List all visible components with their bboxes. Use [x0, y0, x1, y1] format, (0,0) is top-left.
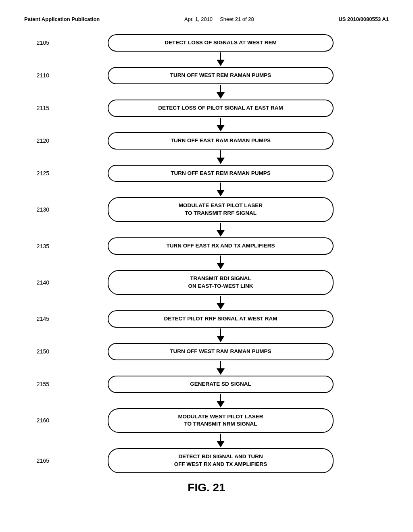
step-box-2145: DETECT PILOT RRF SIGNAL AT WEST RAM — [108, 310, 334, 328]
step-label-2165: 2165 — [24, 457, 52, 464]
arrow-head-3 — [217, 158, 225, 164]
arrow-4 — [24, 183, 389, 196]
arrow-head-6 — [217, 263, 225, 269]
arrow-head-11 — [217, 441, 225, 447]
flow-step-2130: 2130MODULATE EAST PILOT LASERTO TRANSMIT… — [24, 197, 389, 222]
arrow-head-0 — [217, 60, 225, 66]
step-label-2140: 2140 — [24, 279, 52, 286]
arrow-head-10 — [217, 401, 225, 407]
step-label-2115: 2115 — [24, 105, 52, 111]
page-header: Patent Application Publication Apr. 1, 2… — [24, 16, 389, 22]
step-box-2105: DETECT LOSS OF SIGNALS AT WEST REM — [108, 34, 334, 52]
arrow-line-2 — [220, 118, 221, 125]
flow-step-2155: 2155GENERATE SD SIGNAL — [24, 376, 389, 393]
step-box-2135: TURN OFF EAST RX AND TX AMPLIFIERS — [108, 237, 334, 255]
flow-step-2110: 2110TURN OFF WEST REM RAMAN PUMPS — [24, 67, 389, 84]
step-label-2135: 2135 — [24, 243, 52, 249]
page: Patent Application Publication Apr. 1, 2… — [0, 0, 413, 532]
arrow-head-2 — [217, 125, 225, 131]
flow-step-2105: 2105DETECT LOSS OF SIGNALS AT WEST REM — [24, 34, 389, 52]
step-box-2150: TURN OFF WEST RAM RAMAN PUMPS — [108, 343, 334, 360]
arrow-10 — [24, 394, 389, 407]
step-box-2160: MODULATE WEST PILOT LASERTO TRANSMIT NRM… — [108, 408, 334, 433]
arrow-line-5 — [220, 223, 221, 230]
step-label-2120: 2120 — [24, 137, 52, 144]
header-sheet: Sheet 21 of 28 — [220, 16, 254, 22]
flowchart-diagram: 2105DETECT LOSS OF SIGNALS AT WEST REM21… — [24, 34, 389, 473]
arrow-1 — [24, 85, 389, 99]
step-box-2115: DETECT LOSS OF PILOT SIGNAL AT EAST RAM — [108, 100, 334, 117]
arrow-line-11 — [220, 434, 221, 441]
flow-step-2165: 2165DETECT BDI SIGNAL AND TURNOFF WEST R… — [24, 448, 389, 473]
arrow-6 — [24, 256, 389, 269]
arrow-head-9 — [217, 368, 225, 375]
step-label-2110: 2110 — [24, 72, 52, 79]
flow-step-2120: 2120TURN OFF EAST RAM RAMAN PUMPS — [24, 132, 389, 150]
flow-step-2150: 2150TURN OFF WEST RAM RAMAN PUMPS — [24, 343, 389, 360]
step-label-2130: 2130 — [24, 206, 52, 213]
arrow-line-3 — [220, 150, 221, 158]
arrow-3 — [24, 150, 389, 164]
arrow-2 — [24, 118, 389, 131]
flow-step-2115: 2115DETECT LOSS OF PILOT SIGNAL AT EAST … — [24, 100, 389, 117]
step-box-2155: GENERATE SD SIGNAL — [108, 376, 334, 393]
flow-step-2145: 2145DETECT PILOT RRF SIGNAL AT WEST RAM — [24, 310, 389, 328]
arrow-9 — [24, 361, 389, 375]
flow-step-2140: 2140TRANSMIT BDI SIGNALON EAST-TO-WEST L… — [24, 270, 389, 295]
arrow-head-4 — [217, 190, 225, 196]
header-publication-label: Patent Application Publication — [24, 16, 100, 22]
step-label-2150: 2150 — [24, 348, 52, 355]
arrow-line-0 — [220, 52, 221, 60]
step-label-2125: 2125 — [24, 170, 52, 177]
step-box-2130: MODULATE EAST PILOT LASERTO TRANSMIT RRF… — [108, 197, 334, 222]
header-date: Apr. 1, 2010 — [184, 16, 213, 22]
arrow-0 — [24, 52, 389, 66]
flow-step-2160: 2160MODULATE WEST PILOT LASERTO TRANSMIT… — [24, 408, 389, 433]
step-box-2165: DETECT BDI SIGNAL AND TURNOFF WEST RX AN… — [108, 448, 334, 473]
arrow-head-8 — [217, 336, 225, 342]
figure-label: FIG. 21 — [24, 481, 389, 494]
arrow-line-7 — [220, 296, 221, 303]
arrow-head-1 — [217, 92, 225, 99]
step-box-2125: TURN OFF EAST REM RAMAN PUMPS — [108, 165, 334, 182]
arrow-8 — [24, 328, 389, 342]
arrow-line-10 — [220, 394, 221, 401]
step-box-2120: TURN OFF EAST RAM RAMAN PUMPS — [108, 132, 334, 150]
step-box-2110: TURN OFF WEST REM RAMAN PUMPS — [108, 67, 334, 84]
step-label-2145: 2145 — [24, 316, 52, 322]
arrow-7 — [24, 296, 389, 310]
step-label-2160: 2160 — [24, 417, 52, 424]
header-patent-number: US 2010/0080553 A1 — [338, 16, 389, 22]
step-label-2155: 2155 — [24, 381, 52, 387]
arrow-5 — [24, 223, 389, 237]
arrow-line-1 — [220, 85, 221, 92]
step-box-2140: TRANSMIT BDI SIGNALON EAST-TO-WEST LINK — [108, 270, 334, 295]
arrow-line-4 — [220, 183, 221, 190]
arrow-head-7 — [217, 303, 225, 310]
arrow-head-5 — [217, 230, 225, 237]
flow-step-2125: 2125TURN OFF EAST REM RAMAN PUMPS — [24, 165, 389, 182]
arrow-line-6 — [220, 256, 221, 263]
arrow-line-9 — [220, 361, 221, 368]
arrow-line-8 — [220, 328, 221, 336]
arrow-11 — [24, 434, 389, 447]
step-label-2105: 2105 — [24, 39, 52, 46]
flow-step-2135: 2135TURN OFF EAST RX AND TX AMPLIFIERS — [24, 237, 389, 255]
header-date-sheet: Apr. 1, 2010 Sheet 21 of 28 — [184, 16, 254, 22]
